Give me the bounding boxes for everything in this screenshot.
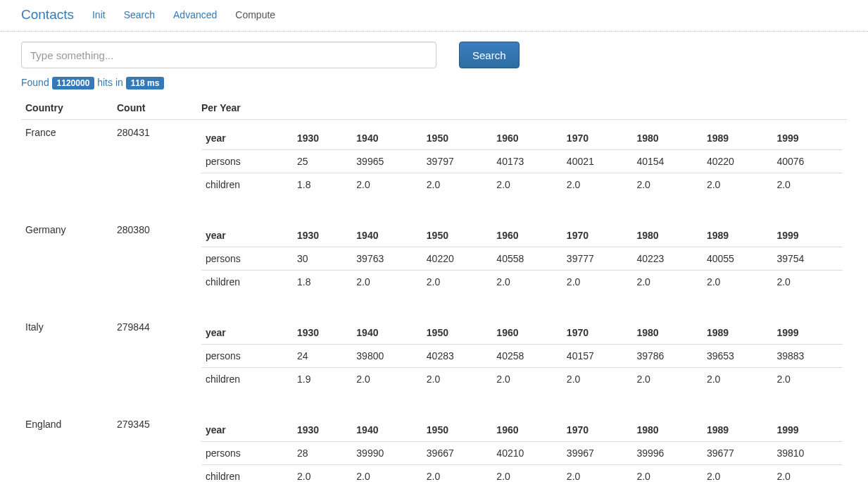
cell-country: Germany: [21, 217, 113, 314]
nav-link-search[interactable]: Search: [124, 9, 155, 20]
per-year-row-label: persons: [201, 442, 293, 465]
per-year-cell: 1980: [632, 224, 703, 247]
per-year-cell: 1960: [492, 419, 562, 442]
cell-count: 279345: [113, 412, 197, 482]
per-year-cell: 2.0: [772, 173, 843, 197]
per-year-row-label: children: [201, 368, 293, 391]
per-year-cell: 39883: [772, 345, 843, 368]
per-year-row: children1.92.02.02.02.02.02.02.0: [201, 368, 843, 391]
nav-link-advanced[interactable]: Advanced: [173, 9, 217, 20]
per-year-row: year19301940195019601970198019891999: [201, 321, 843, 345]
per-year-cell: 40055: [703, 247, 773, 271]
table-row: England279345year19301940195019601970198…: [21, 412, 847, 482]
cell-country: England: [21, 412, 113, 482]
results-time-badge: 118 ms: [126, 77, 165, 89]
per-year-row-label: persons: [201, 150, 293, 173]
per-year-cell: 2.0: [352, 173, 422, 197]
nav-link-compute[interactable]: Compute: [235, 9, 275, 20]
per-year-cell: 39763: [352, 247, 422, 271]
per-year-row-label: year: [201, 224, 293, 247]
per-year-cell: 1930: [293, 127, 352, 150]
table-row: Italy279844year1930194019501960197019801…: [21, 314, 847, 412]
per-year-table: year19301940195019601970198019891999pers…: [201, 127, 843, 196]
per-year-cell: 1960: [492, 224, 562, 247]
per-year-cell: 40173: [492, 150, 562, 173]
per-year-cell: 40154: [632, 150, 703, 173]
cell-count: 280431: [113, 120, 197, 218]
per-year-cell: 1940: [352, 419, 422, 442]
results-hits-badge: 1120000: [52, 77, 95, 89]
cell-per-year: year19301940195019601970198019891999pers…: [197, 314, 847, 412]
per-year-cell: 2.0: [772, 271, 843, 294]
cell-count: 279844: [113, 314, 197, 412]
per-year-row-label: year: [201, 419, 293, 442]
per-year-cell: 2.0: [352, 465, 422, 482]
per-year-cell: 1950: [422, 127, 493, 150]
per-year-cell: 2.0: [492, 173, 562, 197]
table-row: France280431year193019401950196019701980…: [21, 120, 847, 218]
per-year-cell: 39990: [352, 442, 422, 465]
per-year-cell: 2.0: [562, 271, 633, 294]
per-year-cell: 40157: [562, 345, 633, 368]
nav-link-init[interactable]: Init: [92, 9, 106, 20]
per-year-cell: 1950: [422, 419, 493, 442]
per-year-cell: 1960: [492, 127, 562, 150]
per-year-cell: 2.0: [492, 465, 562, 482]
per-year-cell: 40283: [422, 345, 493, 368]
per-year-cell: 2.0: [703, 465, 773, 482]
per-year-cell: 39996: [632, 442, 703, 465]
per-year-cell: 40220: [703, 150, 773, 173]
cell-per-year: year19301940195019601970198019891999pers…: [197, 120, 847, 218]
per-year-cell: 40076: [772, 150, 843, 173]
per-year-cell: 40223: [632, 247, 703, 271]
per-year-cell: 39967: [562, 442, 633, 465]
per-year-cell: 39653: [703, 345, 773, 368]
per-year-cell: 1.8: [293, 271, 352, 294]
per-year-cell: 1980: [632, 321, 703, 345]
per-year-cell: 24: [293, 345, 352, 368]
per-year-cell: 39810: [772, 442, 843, 465]
per-year-cell: 1980: [632, 419, 703, 442]
results-middle: hits in: [97, 77, 123, 88]
per-year-cell: 39777: [562, 247, 633, 271]
cell-country: France: [21, 120, 113, 218]
per-year-row-label: children: [201, 465, 293, 482]
per-year-cell: 40558: [492, 247, 562, 271]
results-prefix: Found: [21, 77, 49, 88]
navbar: Contacts Init Search Advanced Compute: [0, 0, 868, 31]
per-year-cell: 30: [293, 247, 352, 271]
per-year-cell: 1989: [703, 419, 773, 442]
per-year-cell: 39677: [703, 442, 773, 465]
per-year-cell: 2.0: [422, 173, 493, 197]
brand-title[interactable]: Contacts: [21, 7, 74, 23]
per-year-cell: 2.0: [703, 173, 773, 197]
per-year-cell: 2.0: [632, 173, 703, 197]
per-year-cell: 1970: [562, 419, 633, 442]
col-header-per-year: Per Year: [197, 97, 847, 120]
results-table: Country Count Per Year France280431year1…: [21, 97, 847, 482]
per-year-cell: 1930: [293, 321, 352, 345]
per-year-cell: 2.0: [703, 368, 773, 391]
per-year-cell: 1989: [703, 321, 773, 345]
per-year-cell: 1970: [562, 224, 633, 247]
per-year-cell: 1999: [772, 321, 843, 345]
per-year-cell: 1940: [352, 224, 422, 247]
search-input[interactable]: [21, 42, 436, 68]
per-year-row: persons303976340220405583977740223400553…: [201, 247, 843, 271]
per-year-cell: 39965: [352, 150, 422, 173]
per-year-row-label: children: [201, 173, 293, 197]
per-year-cell: 39667: [422, 442, 493, 465]
per-year-cell: 1999: [772, 419, 843, 442]
per-year-cell: 2.0: [422, 465, 493, 482]
per-year-cell: 39754: [772, 247, 843, 271]
per-year-cell: 1970: [562, 321, 633, 345]
search-button[interactable]: Search: [459, 42, 520, 68]
cell-per-year: year19301940195019601970198019891999pers…: [197, 217, 847, 314]
per-year-cell: 40210: [492, 442, 562, 465]
per-year-row: year19301940195019601970198019891999: [201, 224, 843, 247]
cell-country: Italy: [21, 314, 113, 412]
per-year-cell: 2.0: [352, 368, 422, 391]
per-year-cell: 2.0: [492, 368, 562, 391]
per-year-row: year19301940195019601970198019891999: [201, 127, 843, 150]
table-row: Germany280380year19301940195019601970198…: [21, 217, 847, 314]
